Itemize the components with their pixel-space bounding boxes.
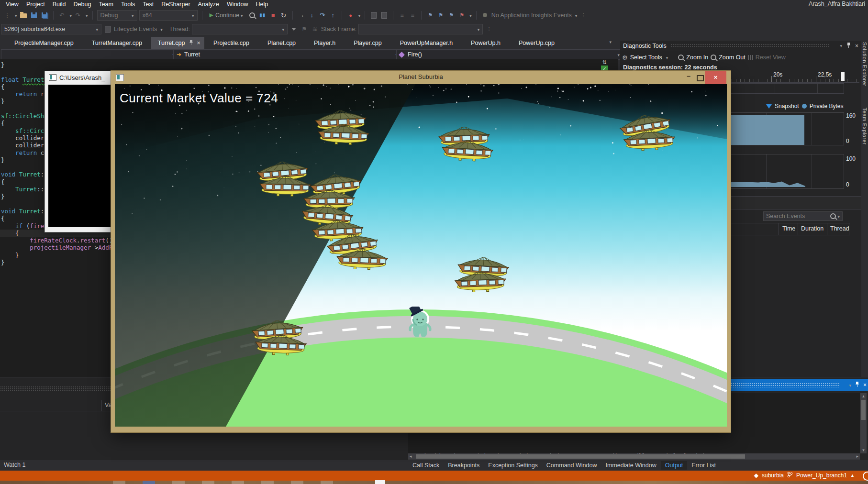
doc-copy-icon[interactable] [380, 11, 389, 20]
menu-debug[interactable]: Debug [70, 1, 95, 8]
pin-icon[interactable] [855, 382, 859, 388]
timeline-playhead[interactable] [841, 72, 845, 81]
zoom-out-button[interactable]: Zoom Out [719, 54, 746, 61]
menu-team[interactable]: Team [95, 1, 117, 8]
process-select[interactable]: 5260] suburbia64d.exe [1, 24, 101, 34]
undo-icon[interactable]: ↶ [58, 11, 67, 20]
save-icon[interactable] [30, 11, 38, 20]
close-icon[interactable]: × [863, 382, 867, 388]
close-icon[interactable]: × [705, 71, 726, 84]
reset-view-button[interactable]: Reset View [756, 54, 786, 61]
diagnostic-tools-titlebar[interactable]: Diagnostic Tools × [620, 41, 861, 51]
panel-menu-caret-icon[interactable] [838, 43, 842, 48]
scroll-up-icon[interactable]: ▲ [860, 394, 867, 398]
sidebar-tab-solution-explorer[interactable]: Solution Explorer [862, 42, 868, 86]
publish-icon[interactable]: ◆ [754, 472, 758, 479]
search-icon[interactable] [830, 213, 836, 219]
toolbar2-overflow-icon[interactable]: ⋮ [485, 25, 493, 33]
close-icon[interactable]: × [855, 43, 858, 49]
open-file-icon[interactable] [19, 11, 28, 20]
game-titlebar[interactable]: Planet Suburbia – × [111, 71, 731, 84]
show-next-statement-icon[interactable]: → [297, 11, 306, 20]
taskbar-icon[interactable] [202, 481, 214, 484]
bookmark-icon[interactable]: ⚑ [426, 11, 434, 20]
scroll-down-icon[interactable]: ▼ [860, 448, 867, 452]
thread-select[interactable] [192, 24, 288, 34]
bookmark-next-icon[interactable]: ⚑ [447, 11, 456, 20]
tab-ProjectileManager.cpp[interactable]: ProjectileManager.cpp [5, 37, 83, 49]
stop-debugging-icon[interactable]: ■ [269, 11, 278, 20]
taskbar-icon[interactable] [143, 481, 155, 484]
indent-icon[interactable]: ≡ [398, 11, 406, 20]
flag-filter-icon[interactable]: ⚑ [300, 25, 309, 33]
outdent-icon[interactable]: ≡ [408, 11, 417, 20]
doc-icon[interactable] [369, 11, 378, 20]
menu-help[interactable]: Help [252, 1, 272, 8]
solution-config-select[interactable]: Debug [97, 10, 137, 21]
bottom-tab-error-list[interactable]: Error List [687, 461, 720, 470]
tab-watch-1[interactable]: Watch 1 [4, 462, 25, 468]
tab-PowerUp.h[interactable]: PowerUp.h [462, 37, 510, 49]
lifecycle-label[interactable]: Lifecycle Events [114, 26, 157, 33]
bookmark-prev-icon[interactable]: ⚑ [436, 11, 445, 20]
menu-resharper[interactable]: ReSharper [157, 1, 194, 8]
bottom-tab-breakpoints[interactable]: Breakpoints [444, 461, 484, 470]
status-project[interactable]: suburbia [762, 472, 784, 479]
toolbar-overflow-icon[interactable]: ⋮ [579, 11, 588, 20]
caret-up-icon[interactable]: ▲ [850, 473, 855, 478]
splitter-icon[interactable]: ⇅ [600, 59, 609, 66]
redo-icon[interactable]: ↷ [74, 11, 82, 20]
tab-PowerUp.cpp[interactable]: PowerUp.cpp [510, 37, 564, 49]
output-vertical-scrollbar[interactable]: ▲ ▼ [860, 393, 867, 453]
bottom-tab-call-stack[interactable]: Call Stack [408, 461, 444, 470]
column-time[interactable]: Time [782, 225, 795, 232]
type-select[interactable]: ➜ Turret [173, 49, 401, 60]
pin-icon[interactable] [189, 40, 193, 45]
close-icon[interactable]: × [197, 39, 200, 46]
select-tools-caret-icon[interactable] [665, 54, 668, 61]
tab-Planet.cpp[interactable]: Planet.cpp [258, 37, 305, 49]
new-caret-icon[interactable] [13, 12, 17, 19]
column-duration[interactable]: Duration [801, 225, 823, 232]
menu-build[interactable]: Build [49, 1, 70, 8]
bottom-tab-immediate-window[interactable]: Immediate Window [601, 461, 660, 470]
game-window[interactable]: Planet Suburbia – × [111, 71, 731, 432]
menu-test[interactable]: Test [139, 1, 157, 8]
step-over-icon[interactable]: ↷ [318, 11, 327, 20]
menu-analyze[interactable]: Analyze [194, 1, 223, 8]
step-into-icon[interactable]: ↓ [308, 11, 316, 20]
bottom-tab-output[interactable]: Output [661, 461, 688, 470]
redo-caret-icon[interactable] [84, 12, 88, 19]
application-insights-icon[interactable] [481, 11, 490, 20]
output-menu-caret-icon[interactable] [847, 383, 851, 388]
select-tools-button[interactable]: Select Tools [630, 54, 662, 61]
breakpoint-caret-icon[interactable] [357, 12, 361, 19]
insights-caret-icon[interactable] [574, 12, 578, 19]
filter-icon[interactable] [289, 25, 298, 33]
status-branch[interactable]: Power_Up_branch1 [796, 472, 847, 479]
sidebar-tab-team-explorer[interactable]: Team Explorer [862, 108, 868, 144]
taskbar-icon[interactable] [232, 481, 244, 484]
project-scope-select[interactable] [1, 49, 178, 60]
platform-select[interactable]: x64 [139, 10, 198, 21]
taskbar-icon[interactable] [113, 481, 125, 484]
bottom-tab-exception-settings[interactable]: Exception Settings [484, 461, 542, 470]
tab-Player.h[interactable]: Player.h [305, 37, 345, 49]
continue-button[interactable]: ▶ Continue [207, 12, 246, 19]
taskbar-icon[interactable] [261, 481, 274, 484]
scrollbar-thumb[interactable] [416, 454, 745, 459]
undo-caret-icon[interactable] [68, 12, 72, 19]
insights-label[interactable]: No Application Insights Events [491, 12, 572, 19]
notification-circle-icon[interactable] [863, 472, 868, 481]
menu-tools[interactable]: Tools [117, 1, 139, 8]
scroll-right-icon[interactable]: ▸ [856, 454, 858, 459]
minimize-icon[interactable]: – [687, 72, 690, 80]
scrollbar-thumb[interactable] [861, 400, 866, 420]
git-branch-icon[interactable] [787, 472, 793, 479]
bookmark-clear-icon[interactable]: ⚑ [457, 11, 466, 20]
new-project-icon[interactable]: ⋮ [3, 11, 11, 20]
menu-project[interactable]: Project [22, 1, 49, 8]
bookmark-caret-icon[interactable] [468, 12, 472, 19]
threads-in-source-icon[interactable] [248, 11, 256, 20]
restart-icon[interactable]: ↻ [279, 11, 288, 20]
